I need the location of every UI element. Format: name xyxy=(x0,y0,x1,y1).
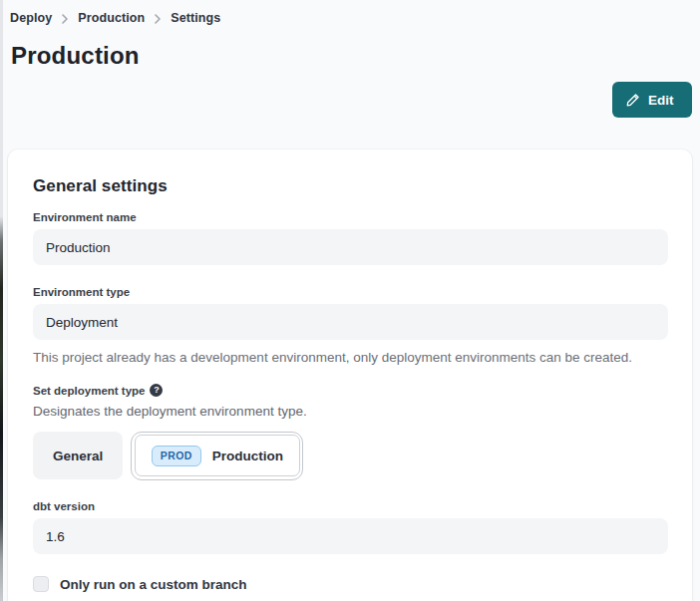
environment-name-label: Environment name xyxy=(33,211,662,223)
breadcrumb: Deploy Production Settings xyxy=(10,10,692,25)
dbt-version-label: dbt version xyxy=(33,500,662,512)
pencil-icon xyxy=(625,93,640,108)
edit-button-label: Edit xyxy=(648,93,674,108)
prod-badge: PROD xyxy=(152,446,201,466)
environment-type-helper-text: This project already has a development e… xyxy=(33,350,662,365)
card-heading: General settings xyxy=(33,176,662,196)
environment-name-field[interactable]: Production xyxy=(33,229,668,265)
deployment-type-option-general[interactable]: General xyxy=(33,432,123,479)
deployment-type-option-production[interactable]: PROD Production xyxy=(135,435,300,476)
deployment-type-description: Designates the deployment environment ty… xyxy=(33,404,662,419)
environment-type-label: Environment type xyxy=(33,286,662,298)
dbt-version-field[interactable]: 1.6 xyxy=(33,518,668,554)
deployment-type-options: General PROD Production xyxy=(33,430,662,481)
breadcrumb-item-production[interactable]: Production xyxy=(78,11,145,25)
deployment-type-label-text: Set deployment type xyxy=(33,385,145,397)
background-page-edge xyxy=(0,0,3,601)
deployment-type-option-production-ring: PROD Production xyxy=(131,432,303,480)
production-option-label: Production xyxy=(212,449,283,463)
custom-branch-label[interactable]: Only run on a custom branch xyxy=(60,577,247,592)
help-icon[interactable]: ? xyxy=(150,384,163,397)
environment-type-field[interactable]: Deployment xyxy=(33,304,668,340)
breadcrumb-item-deploy[interactable]: Deploy xyxy=(10,11,52,25)
deployment-type-label: Set deployment type ? xyxy=(33,384,662,397)
chevron-right-icon xyxy=(154,14,162,24)
custom-branch-checkbox[interactable] xyxy=(33,576,49,592)
breadcrumb-item-settings[interactable]: Settings xyxy=(171,11,220,25)
chevron-right-icon xyxy=(61,14,69,24)
edit-button[interactable]: Edit xyxy=(612,82,692,118)
environment-settings-page: Deploy Production Settings Production Ed… xyxy=(0,0,700,601)
page-title: Production xyxy=(11,42,692,70)
general-settings-card: General settings Environment name Produc… xyxy=(8,150,692,601)
custom-branch-row: Only run on a custom branch xyxy=(33,576,662,592)
